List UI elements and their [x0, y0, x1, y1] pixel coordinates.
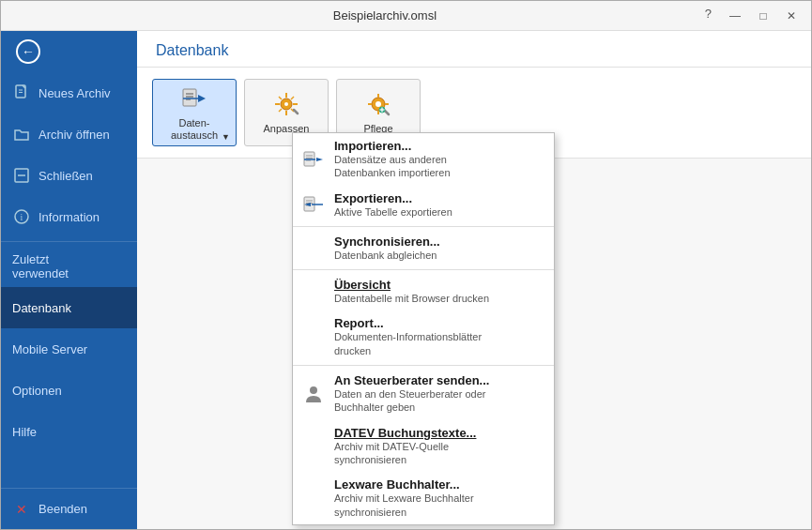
- svg-point-15: [284, 102, 288, 106]
- svg-point-47: [310, 386, 317, 394]
- datev-title: DATEV Buchungstexte...: [334, 426, 543, 440]
- report-title: Report...: [334, 316, 543, 330]
- sidebar-item-archiv-oeffnen[interactable]: Archiv öffnen: [1, 114, 137, 155]
- exportieren-title: Exportieren...: [334, 191, 543, 205]
- content-area: Datenbank Daten- austausch: [137, 31, 811, 529]
- sidebar-label-mobile-server: Mobile Server: [12, 342, 87, 356]
- datenaustausch-icon: [179, 83, 209, 114]
- sidebar-label-zuletzt: Zuletzt verwendet: [12, 252, 69, 280]
- main-layout: ← Neues Archiv: [1, 31, 811, 529]
- menu-separator-2: [293, 269, 554, 270]
- schliessen-icon: [12, 166, 31, 185]
- svg-line-20: [279, 97, 282, 99]
- svg-line-24: [294, 110, 298, 114]
- svg-line-31: [385, 111, 389, 114]
- sidebar-label-schliessen: Schließen: [38, 169, 93, 183]
- main-window: Beispielarchiv.omsl ? — □ ✕ ←: [0, 0, 812, 530]
- menu-separator-1: [293, 226, 554, 227]
- neues-archiv-icon: [12, 83, 31, 102]
- svg-line-22: [291, 97, 294, 99]
- synchronisieren-sub: Datenbank abgleichen: [334, 249, 543, 262]
- sidebar-label-archiv-oeffnen: Archiv öffnen: [38, 128, 110, 142]
- importieren-sub: Datensätze aus anderen Datenbanken impor…: [334, 153, 543, 180]
- sidebar-label-datenbank: Datenbank: [12, 301, 71, 315]
- sidebar-item-hilfe[interactable]: Hilfe: [1, 411, 137, 452]
- sidebar-label-optionen: Optionen: [12, 384, 62, 398]
- minimize-button[interactable]: —: [723, 7, 747, 25]
- datenaustausch-arrow: ▼: [222, 132, 230, 142]
- menu-item-datev[interactable]: DATEV Buchungstexte... Archiv mit DATEV-…: [293, 420, 554, 473]
- menu-item-exportieren[interactable]: Exportieren... Aktive Tabelle exportiere…: [293, 186, 554, 224]
- window-title: Beispielarchiv.omsl: [65, 8, 705, 23]
- sidebar-item-neues-archiv[interactable]: Neues Archiv: [1, 72, 137, 114]
- sidebar-item-optionen[interactable]: Optionen: [1, 370, 137, 411]
- exportieren-sub: Aktive Tabelle exportieren: [334, 205, 543, 219]
- menu-item-steuerberater[interactable]: An Steuerberater senden... Daten an den …: [293, 368, 554, 420]
- menu-separator-3: [293, 365, 554, 366]
- sidebar-label-neues-archiv: Neues Archiv: [38, 86, 111, 100]
- datenaustausch-button[interactable]: Daten- austausch ▼: [152, 79, 237, 146]
- svg-marker-12: [198, 95, 206, 102]
- sidebar-label-hilfe: Hilfe: [12, 425, 37, 439]
- sidebar-item-zuletzt[interactable]: Zuletzt verwendet: [1, 246, 137, 287]
- help-button[interactable]: ?: [705, 7, 712, 25]
- titlebar: Beispielarchiv.omsl ? — □ ✕: [1, 1, 811, 31]
- back-button[interactable]: ←: [1, 31, 137, 72]
- datev-sub: Archiv mit DATEV-Quelle synchronisieren: [334, 440, 543, 467]
- uebersicht-sub: Datentabelle mit Browser drucken: [334, 292, 543, 305]
- exportieren-icon: [302, 193, 325, 216]
- svg-point-26: [375, 101, 381, 107]
- menu-item-report[interactable]: Report... Dokumenten-Informationsblätter…: [293, 310, 554, 363]
- svg-rect-8: [183, 89, 196, 106]
- content-header: Datenbank: [137, 31, 811, 68]
- datenaustausch-label: Daten- austausch: [171, 117, 218, 142]
- report-sub: Dokumenten-Informationsblätter drucken: [334, 330, 543, 357]
- svg-text:i: i: [21, 212, 23, 222]
- information-icon: i: [12, 207, 31, 226]
- sidebar-item-datenbank[interactable]: Datenbank: [1, 287, 137, 328]
- lexware-sub: Archiv mit Lexware Buchhalter synchronis…: [334, 492, 543, 519]
- menu-item-synchronisieren[interactable]: Synchronisieren... Datenbank abgleichen: [293, 229, 554, 267]
- anpassen-icon: [271, 89, 301, 119]
- dropdown-menu: Importieren... Datensätze aus anderen Da…: [292, 132, 555, 525]
- menu-item-lexware[interactable]: Lexware Buchhalter... Archiv mit Lexware…: [293, 472, 554, 524]
- sidebar-label-beenden: Beenden: [38, 502, 87, 516]
- steuerberater-icon: [302, 383, 325, 405]
- sidebar-spacer: [1, 452, 137, 488]
- beenden-icon: ✕: [12, 500, 31, 519]
- steuerberater-title: An Steuerberater senden...: [334, 373, 543, 387]
- uebersicht-title: Übersicht: [334, 278, 543, 292]
- sidebar-separator-1: [1, 241, 137, 242]
- pflege-icon: [363, 89, 393, 119]
- sidebar-item-information[interactable]: i Information: [1, 196, 137, 237]
- sidebar-label-information: Information: [38, 210, 100, 224]
- maximize-button[interactable]: □: [751, 7, 775, 25]
- close-button[interactable]: ✕: [779, 7, 804, 25]
- menu-item-uebersicht[interactable]: Übersicht Datentabelle mit Browser druck…: [293, 272, 554, 310]
- sidebar-item-mobile-server[interactable]: Mobile Server: [1, 328, 137, 370]
- window-controls: ? — □ ✕: [705, 7, 804, 25]
- importieren-title: Importieren...: [334, 139, 543, 153]
- sidebar-item-beenden[interactable]: ✕ Beenden: [1, 488, 137, 529]
- archiv-oeffnen-icon: [12, 125, 31, 144]
- steuerberater-sub: Daten an den Steuerberater oder Buchhalt…: [334, 387, 543, 415]
- back-icon: ←: [16, 39, 40, 64]
- svg-marker-39: [316, 158, 323, 161]
- lexware-title: Lexware Buchhalter...: [334, 477, 543, 492]
- svg-line-23: [279, 109, 282, 112]
- importieren-icon: [302, 148, 325, 171]
- menu-item-importieren[interactable]: Importieren... Datensätze aus anderen Da…: [293, 133, 554, 186]
- synchronisieren-title: Synchronisieren...: [334, 235, 543, 249]
- sidebar: ← Neues Archiv: [1, 31, 137, 529]
- sidebar-item-schliessen[interactable]: Schließen: [1, 155, 137, 196]
